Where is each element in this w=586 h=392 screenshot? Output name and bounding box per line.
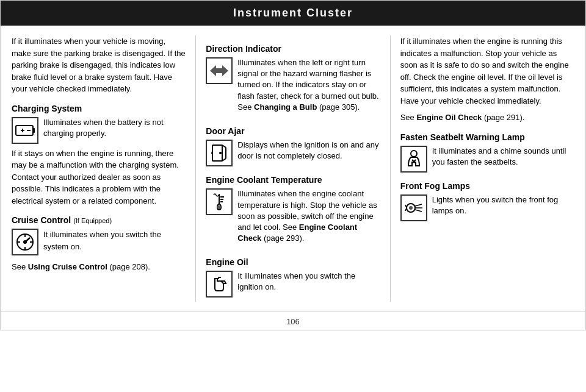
- front-fog-lamps-row: Lights when you switch the front fog lam…: [400, 194, 574, 221]
- svg-line-35: [415, 210, 422, 212]
- charging-system-title: Charging System: [12, 104, 186, 113]
- svg-rect-22: [220, 201, 223, 202]
- engine-oil-row: It illuminates when you switch the ignit…: [206, 271, 380, 298]
- fog-icon-text: Lights when you switch the front fog lam…: [432, 194, 574, 216]
- seatbelt-icon: [400, 146, 427, 173]
- svg-point-32: [409, 206, 413, 210]
- page-number: 106: [286, 317, 300, 326]
- col1-intro: If it illuminates when your vehicle is m…: [12, 35, 186, 95]
- cruise-icon-text-block: It illuminates when you switch the syste…: [43, 229, 186, 257]
- battery-icon: [12, 117, 38, 144]
- page-footer: 106: [1, 312, 585, 330]
- coolant-temp-title: Engine Coolant Temperature: [206, 175, 380, 185]
- direction-icon: [206, 57, 233, 84]
- coolant-icon: [206, 188, 233, 215]
- svg-point-28: [411, 151, 417, 157]
- fasten-seatbelt-row: It illuminates and a chime sounds until …: [400, 146, 574, 173]
- column-3: If it illuminates when the engine is run…: [393, 35, 574, 302]
- svg-point-23: [217, 205, 221, 209]
- svg-rect-1: [33, 128, 35, 133]
- svg-rect-21: [220, 199, 223, 200]
- svg-marker-13: [216, 65, 228, 76]
- cruise-icon: [12, 229, 38, 255]
- column-1: If it illuminates when your vehicle is m…: [12, 35, 193, 302]
- fasten-seatbelt-title: Fasten Seatbelt Warning Lamp: [400, 132, 574, 142]
- direction-indicator-row: Illuminates when the left or right turn …: [206, 57, 380, 118]
- direction-icon-text: Illuminates when the left or right turn …: [237, 57, 380, 113]
- direction-indicator-title: Direction Indicator: [206, 44, 380, 54]
- coolant-temp-row: Illuminates when the engine coolant temp…: [206, 188, 380, 249]
- col3-see: See Engine Oil Check (page 291).: [400, 112, 574, 124]
- svg-line-11: [25, 238, 30, 242]
- cruise-icon-text: It illuminates when you switch the syste…: [43, 229, 186, 252]
- oil-icon-text: It illuminates when you switch the ignit…: [237, 271, 380, 293]
- col3-intro: If it illuminates when the engine is run…: [400, 35, 574, 107]
- page-title: Instrument Cluster: [1, 7, 585, 20]
- fasten-icon-text: It illuminates and a chime sounds until …: [432, 146, 574, 168]
- engine-oil-title: Engine Oil: [206, 257, 380, 267]
- content-area: If it illuminates when your vehicle is m…: [1, 35, 585, 308]
- door-icon-text: Displays when the ignition is on and any…: [237, 140, 380, 162]
- charging-system-row: Illuminates when the battery is not char…: [12, 117, 186, 144]
- svg-point-18: [219, 152, 222, 154]
- page-header: Instrument Cluster: [1, 1, 585, 26]
- divider-2: [390, 35, 391, 302]
- column-2: Direction Indicator Illuminates when the…: [198, 35, 387, 302]
- svg-rect-20: [220, 196, 224, 198]
- door-ajar-row: Displays when the ignition is on and any…: [206, 140, 380, 166]
- page-wrapper: Instrument Cluster If it illuminates whe…: [0, 0, 586, 330]
- cruise-see-text: See Using Cruise Control (page 208).: [12, 261, 186, 273]
- cruise-control-title: Cruise Control (If Equipped): [12, 215, 186, 225]
- oil-icon: [206, 271, 233, 298]
- charging-body: If it stays on when the engine is runnin…: [12, 148, 186, 207]
- fog-lamp-icon: [400, 194, 427, 221]
- door-ajar-title: Door Ajar: [206, 126, 380, 136]
- charging-icon-text: Illuminates when the battery is not char…: [43, 117, 186, 139]
- divider-1: [195, 35, 196, 302]
- cruise-control-row: It illuminates when you switch the syste…: [12, 229, 186, 257]
- svg-line-33: [415, 204, 422, 206]
- door-icon: [206, 140, 233, 166]
- coolant-icon-text: Illuminates when the engine coolant temp…: [237, 188, 380, 244]
- front-fog-lamps-title: Front Fog Lamps: [400, 181, 574, 191]
